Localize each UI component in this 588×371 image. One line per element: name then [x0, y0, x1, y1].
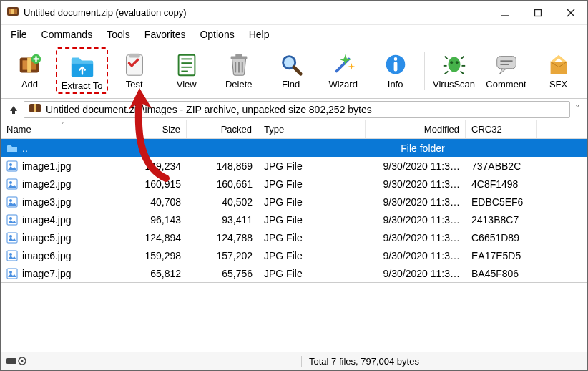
folder-up-icon	[6, 143, 18, 154]
file-row[interactable]: image2.jpg160,915160,661JPG File9/30/202…	[1, 175, 587, 193]
address-bar[interactable]: Untitled document.zip\images - ZIP archi…	[24, 101, 570, 118]
svg-rect-3	[11, 9, 14, 14]
file-type: JPG File	[258, 250, 366, 261]
svg-line-41	[460, 72, 464, 74]
svg-line-26	[293, 67, 300, 74]
file-crc32: EA17E5D5	[466, 250, 537, 261]
column-name[interactable]: Name ˄	[1, 120, 129, 138]
pathbar: Untitled document.zip\images - ZIP archi…	[1, 99, 587, 120]
file-row[interactable]: image1.jpg149,234148,869JPG File9/30/202…	[1, 157, 587, 175]
file-name: image6.jpg	[22, 250, 72, 261]
file-modified: 9/30/2020 11:3…	[366, 268, 466, 279]
svg-line-37	[461, 57, 464, 59]
wizard-button[interactable]: Wizard	[317, 47, 369, 94]
file-name: image4.jpg	[22, 214, 72, 226]
extract-to-button[interactable]: Extract To	[56, 47, 108, 94]
file-size: 159,298	[129, 250, 187, 261]
svg-marker-29	[348, 63, 355, 70]
column-size[interactable]: Size	[129, 120, 187, 138]
sfx-button[interactable]: SFX	[532, 47, 584, 94]
menu-commands[interactable]: Commands	[34, 27, 100, 42]
svg-point-60	[9, 271, 12, 274]
test-icon	[121, 50, 148, 79]
maximize-button[interactable]	[521, 1, 554, 25]
file-packed: 160,661	[187, 178, 258, 190]
parent-folder-row[interactable]: .. File folder	[1, 139, 587, 157]
menu-tools[interactable]: Tools	[99, 27, 137, 42]
comment-icon	[493, 50, 520, 79]
file-packed: 157,202	[187, 250, 258, 261]
virusscan-button[interactable]: VirusScan	[428, 47, 480, 94]
delete-icon	[225, 50, 253, 79]
file-packed: 148,869	[187, 160, 258, 172]
up-one-level-button[interactable]	[4, 101, 24, 118]
file-size: 124,894	[129, 232, 187, 244]
status-summary: Total 7 files, 797,004 bytes	[301, 356, 587, 367]
svg-rect-46	[34, 104, 36, 112]
parent-folder-name: ..	[22, 143, 28, 154]
info-button[interactable]: Info	[369, 47, 421, 94]
delete-button[interactable]: Delete	[212, 47, 265, 94]
sfx-icon	[545, 50, 572, 79]
file-name: image3.jpg	[22, 196, 72, 208]
svg-point-52	[9, 199, 12, 202]
file-crc32: BA45F806	[466, 268, 537, 279]
wizard-label: Wizard	[328, 79, 357, 90]
column-crc32[interactable]: CRC32	[466, 120, 537, 138]
svg-line-36	[444, 57, 447, 59]
find-icon	[278, 50, 305, 79]
virusscan-icon	[441, 50, 468, 79]
statusbar: Total 7 files, 797,004 bytes	[1, 352, 587, 370]
menu-options[interactable]: Options	[192, 27, 241, 42]
menubar: File Commands Tools Favorites Options He…	[1, 25, 587, 44]
menu-favorites[interactable]: Favorites	[137, 27, 193, 42]
view-button[interactable]: View	[160, 47, 212, 94]
file-row[interactable]: image4.jpg96,14393,411JPG File9/30/2020 …	[1, 211, 587, 228]
toolbar: Add Extract To Test View Delete	[1, 44, 587, 99]
info-icon	[382, 50, 409, 79]
column-type[interactable]: Type	[258, 120, 366, 138]
file-packed: 40,502	[187, 196, 258, 208]
close-button[interactable]	[554, 1, 587, 25]
info-label: Info	[388, 79, 403, 90]
column-modified[interactable]: Modified	[366, 120, 466, 138]
column-name-label: Name	[6, 124, 31, 135]
file-type: JPG File	[258, 232, 366, 244]
file-modified: 9/30/2020 11:3…	[366, 178, 466, 190]
minimize-button[interactable]	[489, 1, 521, 25]
svg-point-56	[9, 235, 12, 238]
image-file-icon	[6, 268, 18, 279]
menu-help[interactable]: Help	[242, 27, 277, 42]
file-packed: 93,411	[187, 214, 258, 226]
maximize-icon	[534, 9, 542, 17]
disk-icon	[6, 356, 26, 367]
add-button[interactable]: Add	[4, 47, 56, 94]
file-row[interactable]: image6.jpg159,298157,202JPG File9/30/202…	[1, 246, 587, 264]
view-label: View	[177, 79, 197, 90]
file-size: 149,234	[129, 160, 187, 172]
address-dropdown-button[interactable]: ˅	[570, 104, 584, 115]
sfx-label: SFX	[549, 79, 567, 90]
menu-file[interactable]: File	[4, 27, 34, 42]
svg-marker-28	[340, 54, 351, 65]
file-row[interactable]: image5.jpg124,894124,788JPG File9/30/202…	[1, 228, 587, 246]
file-row[interactable]: image7.jpg65,81265,756JPG File9/30/2020 …	[1, 264, 587, 282]
archive-icon	[29, 102, 41, 117]
file-packed: 124,788	[187, 232, 258, 244]
file-modified: 9/30/2020 11:3…	[366, 196, 466, 208]
test-button[interactable]: Test	[108, 47, 160, 94]
svg-point-63	[21, 360, 24, 362]
svg-point-31	[393, 57, 397, 61]
wizard-icon	[330, 50, 357, 79]
svg-rect-21	[235, 54, 242, 57]
extract-to-label: Extract To	[62, 80, 103, 91]
comment-button[interactable]: Comment	[480, 47, 532, 94]
column-packed[interactable]: Packed	[187, 120, 258, 138]
svg-point-34	[450, 61, 453, 64]
svg-point-50	[9, 181, 12, 184]
file-row[interactable]: image3.jpg40,70840,502JPG File9/30/2020 …	[1, 193, 587, 211]
find-button[interactable]: Find	[265, 47, 317, 94]
view-icon	[173, 50, 200, 79]
address-text: Untitled document.zip\images - ZIP archi…	[46, 104, 372, 115]
parent-folder-type: File folder	[258, 143, 587, 154]
